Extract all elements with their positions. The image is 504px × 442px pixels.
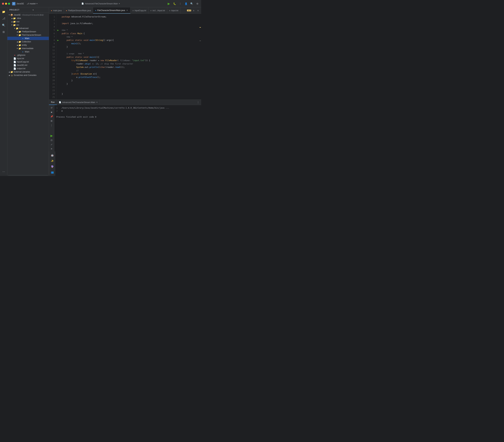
icon-bar: 📁 ⎇ 🔍 ⊞ ⋯	[0, 7, 7, 176]
tree-item-advanced[interactable]: ▼ 📁 Advanced	[7, 27, 49, 30]
folder-icon-scratches: 🗂	[10, 74, 13, 77]
tree-item-filebyte[interactable]: ▶ 📁 FileByteStream	[7, 30, 49, 33]
sidebar-title: Project	[9, 9, 19, 11]
code-line-18: }catch (Exception e){	[62, 72, 197, 76]
close-button[interactable]	[2, 3, 4, 5]
code-line-5: new *	[62, 29, 197, 32]
tree-item-filechar[interactable]: ▼ 📁 FileCharacterStream	[7, 33, 49, 37]
tree-item-src[interactable]: ▼ 📁 src	[7, 23, 49, 27]
maximize-button[interactable]	[8, 3, 10, 5]
bottom-tab-advanced-close[interactable]: ✕	[96, 101, 98, 103]
tab-bar-menu-btn[interactable]: ≡	[196, 9, 200, 12]
console-num-1: 1	[56, 107, 57, 109]
tree-item-intermediate[interactable]: ▼ 📁 Intermediate	[7, 47, 49, 50]
copilot-btn[interactable]: 🤖	[50, 153, 55, 157]
tab-label-filebyte: FileByteStream/Main.java	[68, 9, 91, 12]
layout-btn[interactable]: ⊡	[50, 138, 54, 142]
debug-button[interactable]: 🐛	[173, 2, 176, 5]
circle-icon-main: ●	[21, 37, 24, 40]
settings-button[interactable]: ⚙	[196, 2, 199, 5]
tab-src-input[interactable]: ≡ src/.../input.txt	[148, 7, 167, 14]
tree-item-input-txt[interactable]: 📄 input.txt	[7, 57, 49, 60]
code-editor[interactable]: package Advanced.FileCharacterStream; im…	[60, 14, 199, 100]
find-icon[interactable]: 🔍	[1, 22, 7, 28]
code-line-13: public static void main1(){	[62, 55, 197, 59]
tab-icon-inputcopy: ≡	[132, 10, 133, 12]
folder-icon-filechar: 📁	[18, 34, 21, 36]
code-line-21: }	[62, 82, 197, 86]
profile-button[interactable]: 👤	[184, 2, 188, 5]
tree-item-main[interactable]: ● Main	[7, 37, 49, 40]
expand-btn[interactable]: ⤢	[50, 142, 54, 146]
tree-label-output-txt: output.txt	[17, 67, 25, 70]
tab-inputcopy[interactable]: ≡ inputCopy.txt	[130, 7, 148, 14]
pin-btn[interactable]: 📌	[50, 114, 54, 119]
bottom-tab-advanced[interactable]: 📄 Advanced.FileCharacterStream.Main ✕	[57, 100, 100, 105]
tree-label-main: Main	[25, 37, 29, 39]
bottom-tab-advanced-icon: 📄	[59, 101, 61, 103]
minimize-button[interactable]	[5, 3, 7, 5]
tree-item-idea[interactable]: ▶ 📁 .idea	[7, 17, 49, 20]
tab-input[interactable]: ≡ input.txt	[167, 7, 180, 14]
tree-item-int-main[interactable]: ● Main	[7, 50, 49, 53]
structure-icon[interactable]: ⊞	[1, 29, 7, 35]
search-button[interactable]: 🔍	[190, 2, 194, 5]
tree-item-entity[interactable]: ▶ 📁 entity	[7, 43, 49, 47]
tab-filechar[interactable]: ● FileCharacterStream/Main.java ✕	[93, 7, 130, 14]
tree-item-external[interactable]: ▶ 📁 External Libraries	[7, 70, 49, 74]
tree-item-collection[interactable]: ▶ 📁 Collection	[7, 40, 49, 43]
rerun-btn[interactable]: ↺	[50, 106, 54, 110]
team-btn[interactable]: 👥	[50, 170, 55, 175]
console-more-btn[interactable]: ⋮	[50, 123, 54, 127]
tab-icon-filebyte: ●	[66, 10, 67, 12]
branch-info[interactable]: ⎇ master ▾	[27, 2, 37, 5]
tree-arrow-src: ▼	[11, 24, 13, 26]
tree-arrow-out: ▶	[11, 20, 13, 23]
more-tools-icon[interactable]: ⋯	[1, 169, 7, 175]
right-scrollbar[interactable]	[199, 14, 201, 100]
project-files-icon[interactable]: 📁	[1, 9, 7, 15]
tab-label-filechar: FileCharacterStream/Main.java	[97, 9, 125, 12]
code-line-16: System.out.println((char)reader.read());	[62, 66, 197, 69]
code-line-4	[62, 25, 197, 29]
run-icon-btn[interactable]: ▶	[50, 134, 54, 138]
tab-close-filechar[interactable]: ✕	[126, 9, 128, 12]
sidebar-scrollbar[interactable]	[8, 175, 48, 176]
tree-arrow-advanced: ▼	[13, 27, 16, 30]
tree-item-gitignore[interactable]: ● .gitignore	[7, 53, 49, 57]
filter-btn[interactable]: ⊞	[50, 119, 54, 123]
folder-icon-filebyte: 📁	[18, 30, 21, 33]
bottom-tab-run[interactable]: Run	[49, 100, 57, 105]
code-line-20: }	[62, 79, 197, 82]
code-line-11	[62, 49, 197, 52]
console-exit-text: Process finished with exit code 0	[56, 116, 96, 118]
bottom-more-btn[interactable]: ⋮	[196, 101, 200, 104]
close-panel-btn[interactable]: ✕	[50, 147, 54, 151]
code-line-3: import java.io.FileReader;	[62, 22, 197, 25]
project-name[interactable]: J JavaSE	[12, 2, 24, 5]
tree-item-iml[interactable]: 📄 JavaSE.iml	[7, 64, 49, 67]
tab-bar-up-btn[interactable]: ∧	[192, 9, 196, 12]
traffic-lights	[2, 3, 10, 5]
run-gutter-5[interactable]: ▶	[56, 29, 60, 32]
tree-item-scratches[interactable]: ▶ 🗂 Scratches and Consoles	[7, 74, 49, 77]
console-output-e: e	[61, 110, 63, 112]
ai-assistant-btn[interactable]: ✨	[50, 158, 55, 163]
run-gutter-8[interactable]: ▶	[56, 38, 60, 42]
sidebar-dropdown[interactable]: ▾	[33, 9, 34, 11]
copilot2-btn[interactable]: 🔮	[50, 164, 55, 169]
more-options-button[interactable]: ⋮	[178, 2, 182, 5]
run-button[interactable]: ▶	[167, 2, 171, 5]
tree-item-inputcopy[interactable]: 📄 inputCopy.txt	[7, 60, 49, 64]
tab-main-java[interactable]: ● main.java	[49, 7, 64, 14]
vcs-icon[interactable]: ⎇	[1, 16, 7, 21]
tree-item-out[interactable]: ▶ 📁 out	[7, 20, 49, 23]
tab-filebyte[interactable]: ● FileByteStream/Main.java	[64, 7, 93, 14]
console-output: 1 /Users/eve/Library/Java/JavaVirtualMac…	[54, 105, 201, 152]
tree-item-output-txt[interactable]: 📄 output.txt	[7, 67, 49, 70]
stop-btn[interactable]: ■	[50, 110, 54, 114]
tree-label-intermediate: Intermediate	[22, 47, 33, 50]
console-num-2: 2	[56, 110, 57, 112]
tree-item-javase[interactable]: ▼ 📦 JavaSE ~/Desktop/CS/JavaSE基础/	[7, 13, 49, 17]
sidebar-content: ▼ 📦 JavaSE ~/Desktop/CS/JavaSE基础/ ▶ 📁 .i…	[7, 13, 49, 175]
